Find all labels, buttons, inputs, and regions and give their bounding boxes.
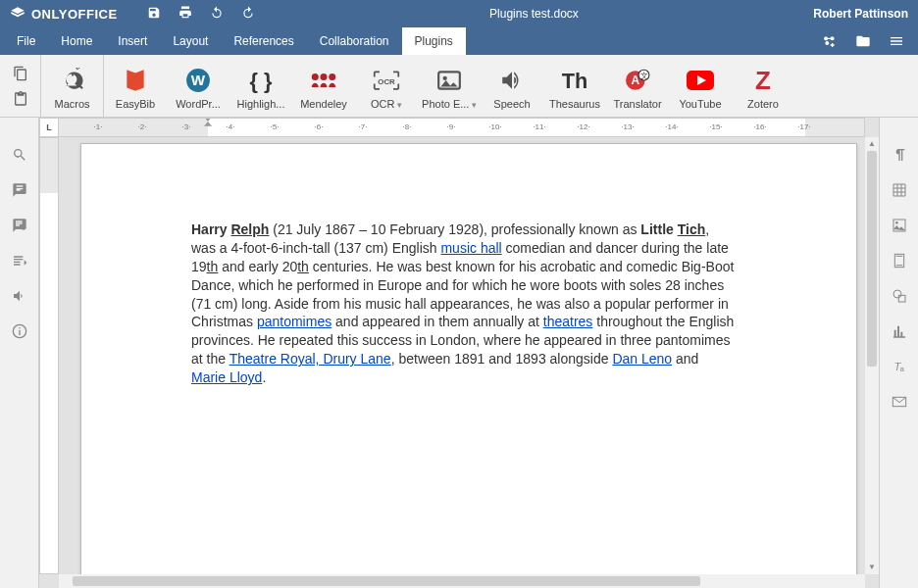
clipboard-group bbox=[0, 55, 41, 117]
svg-text:OCR: OCR bbox=[378, 76, 395, 85]
text: and bbox=[672, 351, 698, 367]
horizontal-scrollbar[interactable] bbox=[59, 574, 865, 588]
tab-home[interactable]: Home bbox=[48, 27, 105, 55]
plugin-macros[interactable]: Macros bbox=[41, 55, 104, 117]
link-marie-lloyd[interactable]: Marie Lloyd bbox=[191, 369, 262, 385]
workspace: L ·1··2··3··4··5··6··7··8··9··10··11··12… bbox=[0, 118, 918, 588]
svg-point-19 bbox=[895, 221, 898, 224]
horizontal-ruler-wrap: L ·1··2··3··4··5··6··7··8··9··10··11··12… bbox=[39, 118, 865, 137]
chart-settings-icon[interactable] bbox=[892, 323, 907, 339]
svg-point-8 bbox=[443, 75, 447, 79]
undo-icon[interactable] bbox=[210, 6, 224, 23]
share-icon[interactable] bbox=[822, 33, 838, 49]
plugin-photo-label: Photo E... bbox=[421, 98, 478, 110]
print-icon[interactable] bbox=[178, 6, 192, 23]
svg-text:Th: Th bbox=[562, 68, 587, 92]
navigation-icon[interactable] bbox=[12, 253, 27, 269]
paste-icon[interactable] bbox=[13, 91, 28, 107]
menu-icon[interactable] bbox=[889, 33, 904, 49]
feedback-icon[interactable] bbox=[12, 288, 27, 304]
text-underline: th bbox=[207, 259, 219, 274]
header-footer-icon[interactable] bbox=[892, 253, 907, 269]
plugin-thesaurus[interactable]: Th Thesaurus bbox=[543, 55, 606, 117]
plugin-zotero[interactable]: Z Zotero bbox=[732, 55, 794, 117]
user-name[interactable]: Robert Pattinson bbox=[813, 7, 908, 21]
about-icon[interactable] bbox=[12, 323, 27, 339]
vertical-ruler[interactable] bbox=[39, 137, 59, 574]
quick-access-toolbar bbox=[147, 6, 255, 23]
link-theatres[interactable]: theatres bbox=[543, 314, 593, 329]
plugin-speech[interactable]: Speech bbox=[481, 55, 543, 117]
svg-text:{ }: { } bbox=[250, 68, 273, 92]
plugin-youtube-label: YouTube bbox=[672, 98, 729, 110]
text: . bbox=[262, 369, 266, 385]
copy-icon[interactable] bbox=[13, 66, 28, 81]
svg-point-5 bbox=[329, 74, 335, 80]
text: and appeared in them annually at bbox=[332, 314, 543, 329]
plugin-youtube[interactable]: YouTube bbox=[669, 55, 732, 117]
plugin-zotero-label: Zotero bbox=[735, 98, 791, 110]
textart-settings-icon[interactable]: Ta bbox=[892, 359, 907, 374]
find-icon[interactable] bbox=[12, 147, 27, 163]
app-logo: ONLYOFFICE bbox=[10, 6, 118, 22]
plugin-highlight-label: Highligh... bbox=[232, 98, 289, 110]
svg-text:W: W bbox=[191, 72, 206, 88]
plugin-easybib[interactable]: EasyBib bbox=[104, 55, 167, 117]
hscroll-thumb[interactable] bbox=[73, 576, 700, 586]
tab-layout[interactable]: Layout bbox=[160, 27, 221, 55]
svg-text:a: a bbox=[899, 365, 904, 373]
plugins-ribbon: Macros EasyBib W WordPr... { } Highligh.… bbox=[0, 55, 918, 118]
comments-icon[interactable] bbox=[12, 182, 27, 198]
svg-text:Z: Z bbox=[755, 68, 771, 93]
page-viewport: Harry Relph (21 July 1867 – 10 February … bbox=[59, 137, 865, 574]
plugin-ocr-label: OCR bbox=[358, 98, 415, 110]
text-bold-underline: Tich bbox=[678, 221, 706, 237]
plugin-easybib-label: EasyBib bbox=[107, 98, 164, 110]
menu-bar: File Home Insert Layout References Colla… bbox=[0, 27, 918, 55]
text: (21 July 1867 – 10 February 1928), profe… bbox=[269, 221, 640, 237]
text-bold-underline: Relph bbox=[230, 221, 269, 237]
plugin-translator[interactable]: A文 Translator bbox=[606, 55, 669, 117]
tab-references[interactable]: References bbox=[221, 27, 306, 55]
text-bold: Harry bbox=[191, 221, 230, 237]
document-page[interactable]: Harry Relph (21 July 1867 – 10 February … bbox=[80, 143, 857, 574]
plugin-highlight[interactable]: { } Highligh... bbox=[230, 55, 292, 117]
document-paragraph: Harry Relph (21 July 1867 – 10 February … bbox=[191, 220, 735, 387]
plugin-ocr[interactable]: OCR OCR bbox=[355, 55, 418, 117]
text: and early 20 bbox=[218, 259, 297, 274]
paragraph-settings-icon[interactable] bbox=[892, 147, 907, 163]
ruler-corner[interactable]: L bbox=[39, 118, 59, 137]
mailmerge-icon[interactable] bbox=[892, 394, 907, 410]
save-icon[interactable] bbox=[147, 6, 161, 23]
scroll-down-arrow[interactable]: ▼ bbox=[865, 561, 879, 574]
text-underline: th bbox=[297, 259, 309, 274]
link-pantomimes[interactable]: pantomimes bbox=[257, 314, 332, 329]
link-dan-leno[interactable]: Dan Leno bbox=[612, 351, 672, 367]
header-right-icons bbox=[822, 27, 918, 55]
svg-point-21 bbox=[893, 290, 901, 298]
right-sidebar: Ta bbox=[879, 118, 918, 588]
tab-plugins[interactable]: Plugins bbox=[402, 27, 466, 55]
svg-point-3 bbox=[312, 74, 319, 80]
open-location-icon[interactable] bbox=[855, 33, 871, 49]
tab-insert[interactable]: Insert bbox=[105, 27, 160, 55]
shape-settings-icon[interactable] bbox=[892, 288, 907, 304]
document-title: Plugins test.docx bbox=[255, 7, 814, 21]
app-name: ONLYOFFICE bbox=[31, 7, 118, 22]
scroll-up-arrow[interactable]: ▲ bbox=[865, 137, 879, 151]
chat-icon[interactable] bbox=[12, 218, 27, 233]
link-theatre-royal[interactable]: Theatre Royal, Drury Lane bbox=[230, 351, 391, 367]
text: , between 1891 and 1893 alongside bbox=[391, 351, 613, 367]
plugin-photo-editor[interactable]: Photo E... bbox=[418, 55, 481, 117]
vertical-scrollbar[interactable]: ▲ ▼ bbox=[865, 137, 879, 574]
image-settings-icon[interactable] bbox=[892, 218, 907, 233]
link-music-hall[interactable]: music hall bbox=[440, 240, 501, 256]
plugin-mendeley[interactable]: Mendeley bbox=[292, 55, 355, 117]
horizontal-ruler[interactable]: ·1··2··3··4··5··6··7··8··9··10··11··12··… bbox=[59, 118, 865, 137]
plugin-wordpress[interactable]: W WordPr... bbox=[167, 55, 230, 117]
table-settings-icon[interactable] bbox=[892, 182, 907, 198]
tab-file[interactable]: File bbox=[4, 27, 48, 55]
redo-icon[interactable] bbox=[241, 6, 255, 23]
tab-collaboration[interactable]: Collaboration bbox=[307, 27, 402, 55]
vscroll-thumb[interactable] bbox=[867, 151, 877, 367]
